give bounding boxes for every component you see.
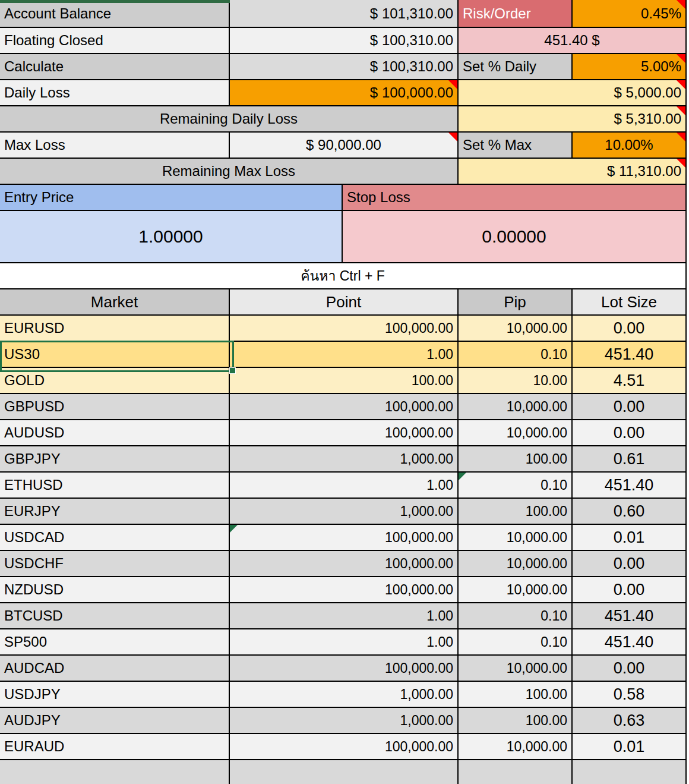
market-cell[interactable]: EURUSD <box>0 316 230 341</box>
daily-loss-amount-cell[interactable]: $ 5,000.00 <box>459 80 687 105</box>
point-cell[interactable]: 100,000.00 <box>230 656 459 681</box>
market-cell[interactable]: AUDJPY <box>0 708 230 733</box>
lot-size-cell[interactable]: 0.63 <box>573 708 687 733</box>
pip-column-header[interactable]: Pip <box>459 289 573 314</box>
set-percent-daily-label-cell[interactable]: Set % Daily <box>459 54 573 79</box>
point-cell[interactable]: 100,000.00 <box>230 394 459 419</box>
lot-size-cell[interactable]: 0.01 <box>573 525 687 550</box>
lot-size-column-header[interactable]: Lot Size <box>573 289 687 314</box>
remaining-max-loss-label-cell[interactable]: Remaining Max Loss <box>0 159 459 184</box>
pip-cell[interactable]: 10,000.00 <box>459 420 573 445</box>
lot-size-cell[interactable]: 451.40 <box>573 342 687 367</box>
market-cell[interactable]: EURAUD <box>0 734 230 759</box>
market-cell[interactable]: USDJPY <box>0 682 230 707</box>
remaining-daily-loss-label-cell[interactable]: Remaining Daily Loss <box>0 106 459 131</box>
pip-cell[interactable]: 0.10 <box>459 603 573 628</box>
risk-per-order-value-cell[interactable]: 0.45% <box>573 0 687 27</box>
point-column-header[interactable]: Point <box>230 289 459 314</box>
risk-per-order-label-cell[interactable]: Risk/Order <box>459 0 573 27</box>
point-cell[interactable]: 1.00 <box>230 629 459 654</box>
lot-size-cell[interactable]: 0.01 <box>573 734 687 759</box>
market-cell[interactable]: SP500 <box>0 629 230 654</box>
point-cell[interactable]: 1,000.00 <box>230 499 459 524</box>
point-cell[interactable]: 100,000.00 <box>230 525 459 550</box>
lot-size-cell[interactable] <box>573 760 687 784</box>
lot-size-cell[interactable]: 0.00 <box>573 551 687 576</box>
market-cell[interactable]: AUDCAD <box>0 656 230 681</box>
pip-cell[interactable]: 10,000.00 <box>459 316 573 341</box>
calculate-label-cell[interactable]: Calculate <box>0 54 230 79</box>
market-cell[interactable]: NZDUSD <box>0 577 230 602</box>
lot-size-cell[interactable]: 0.00 <box>573 394 687 419</box>
search-hint-cell[interactable]: ค้นหา Ctrl + F <box>0 263 687 288</box>
fill-handle[interactable] <box>229 367 236 374</box>
lot-size-cell[interactable]: 0.00 <box>573 577 687 602</box>
point-cell[interactable]: 100,000.00 <box>230 734 459 759</box>
lot-size-cell[interactable]: 0.00 <box>573 316 687 341</box>
point-cell[interactable]: 1.00 <box>230 603 459 628</box>
pip-cell[interactable]: 10,000.00 <box>459 656 573 681</box>
pip-cell[interactable]: 10,000.00 <box>459 577 573 602</box>
lot-size-cell[interactable]: 451.40 <box>573 603 687 628</box>
max-loss-value-cell[interactable]: $ 90,000.00 <box>230 133 459 158</box>
lot-size-cell[interactable]: 451.40 <box>573 629 687 654</box>
pip-cell[interactable]: 100.00 <box>459 499 573 524</box>
market-cell[interactable]: BTCUSD <box>0 603 230 628</box>
pip-cell[interactable]: 10.00 <box>459 368 573 393</box>
point-cell[interactable]: 1,000.00 <box>230 682 459 707</box>
pip-cell[interactable]: 10,000.00 <box>459 551 573 576</box>
daily-loss-value-cell[interactable]: $ 100,000.00 <box>230 80 459 105</box>
daily-loss-label-cell[interactable]: Daily Loss <box>0 80 230 105</box>
point-cell[interactable]: 100,000.00 <box>230 420 459 445</box>
pip-cell[interactable]: 10,000.00 <box>459 525 573 550</box>
set-percent-daily-value-cell[interactable]: 5.00% <box>573 54 687 79</box>
point-cell[interactable] <box>230 760 459 784</box>
pip-cell[interactable]: 100.00 <box>459 708 573 733</box>
point-cell[interactable]: 1.00 <box>230 473 459 498</box>
market-cell[interactable]: GBPUSD <box>0 394 230 419</box>
market-cell[interactable] <box>0 760 230 784</box>
pip-cell[interactable]: 10,000.00 <box>459 394 573 419</box>
account-balance-value-cell[interactable]: $ 101,310.00 <box>230 0 459 27</box>
pip-cell[interactable]: 0.10 <box>459 473 573 498</box>
pip-cell[interactable]: 100.00 <box>459 682 573 707</box>
point-cell[interactable]: 1,000.00 <box>230 446 459 471</box>
lot-size-cell[interactable]: 4.51 <box>573 368 687 393</box>
market-cell[interactable]: GBPJPY <box>0 446 230 471</box>
lot-size-cell[interactable]: 451.40 <box>573 473 687 498</box>
account-balance-label-cell[interactable]: Account Balance <box>0 0 230 27</box>
market-cell[interactable]: EURJPY <box>0 499 230 524</box>
max-loss-label-cell[interactable]: Max Loss <box>0 133 230 158</box>
market-cell[interactable]: USDCAD <box>0 525 230 550</box>
market-cell[interactable]: US30 <box>0 342 230 367</box>
calculate-value-cell[interactable]: $ 100,310.00 <box>230 54 459 79</box>
market-column-header[interactable]: Market <box>0 289 230 314</box>
entry-price-input[interactable]: 1.00000 <box>0 211 343 262</box>
lot-size-cell[interactable]: 0.00 <box>573 420 687 445</box>
pip-cell[interactable]: 100.00 <box>459 446 573 471</box>
point-cell[interactable]: 100.00 <box>230 368 459 393</box>
point-cell[interactable]: 1,000.00 <box>230 708 459 733</box>
remaining-max-loss-value-cell[interactable]: $ 11,310.00 <box>459 159 687 184</box>
point-cell[interactable]: 100,000.00 <box>230 316 459 341</box>
lot-size-cell[interactable]: 0.60 <box>573 499 687 524</box>
remaining-daily-loss-value-cell[interactable]: $ 5,310.00 <box>459 106 687 131</box>
pip-cell[interactable]: 10,000.00 <box>459 734 573 759</box>
stop-loss-input[interactable]: 0.00000 <box>343 211 687 262</box>
floating-closed-value-cell[interactable]: $ 100,310.00 <box>230 28 459 53</box>
market-cell[interactable]: GOLD <box>0 368 230 393</box>
pip-cell[interactable]: 0.10 <box>459 342 573 367</box>
floating-closed-label-cell[interactable]: Floating Closed <box>0 28 230 53</box>
lot-size-cell[interactable]: 0.61 <box>573 446 687 471</box>
pip-cell[interactable]: 0.10 <box>459 629 573 654</box>
set-percent-max-value-cell[interactable]: 10.00% <box>573 133 687 158</box>
stop-loss-label-cell[interactable]: Stop Loss <box>343 185 687 210</box>
market-cell[interactable]: USDCHF <box>0 551 230 576</box>
lot-size-cell[interactable]: 0.58 <box>573 682 687 707</box>
pip-cell[interactable] <box>459 760 573 784</box>
market-cell[interactable]: AUDUSD <box>0 420 230 445</box>
risk-amount-cell[interactable]: 451.40 $ <box>459 28 687 53</box>
lot-size-cell[interactable]: 0.00 <box>573 656 687 681</box>
point-cell[interactable]: 1.00 <box>230 342 459 367</box>
market-cell[interactable]: ETHUSD <box>0 473 230 498</box>
